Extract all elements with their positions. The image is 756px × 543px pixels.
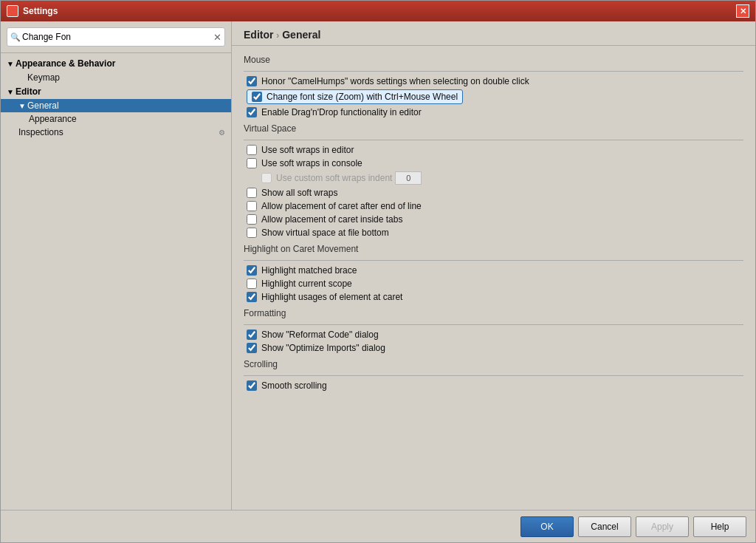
sidebar: 🔍 ✕ ▼ Appearance & Behavior Keymap [1,21,232,510]
search-icon: 🔍 [10,33,21,42]
soft-wraps-editor-label[interactable]: Use soft wraps in editor [261,145,354,155]
virtual-space-bottom-checkbox[interactable] [247,228,257,238]
optimize-imports-checkbox[interactable] [247,343,257,353]
scrolling-divider [244,375,743,376]
formatting-divider [244,324,743,325]
highlight-scope-label[interactable]: Highlight current scope [261,279,352,289]
inspections-indicator: ⚙ [219,129,225,137]
breadcrumb-part1: Editor [244,29,273,41]
change-font-checkbox[interactable] [252,92,262,102]
optimize-imports-row: Show "Optimize Imports" dialog [244,343,743,353]
title-bar: Settings ✕ [1,1,755,21]
virtual-space-divider [244,140,743,140]
formatting-section-label: Formatting [244,308,743,318]
editor-label: Editor [16,86,41,97]
mouse-section-label: Mouse [244,55,743,65]
soft-wraps-console-label[interactable]: Use soft wraps in console [261,158,362,168]
main-panel: Editor › General Mouse Honor "CamelHumps… [232,21,755,510]
highlight-usages-checkbox[interactable] [247,292,257,302]
highlight-brace-row: Highlight matched brace [244,265,743,276]
indent-input[interactable] [395,171,422,185]
smooth-scrolling-row: Smooth scrolling [244,380,743,391]
honor-camel-row: Honor "CamelHumps" words settings when s… [244,76,743,86]
caret-inside-tabs-checkbox[interactable] [247,214,257,225]
custom-soft-wraps-checkbox[interactable] [261,173,272,183]
soft-wraps-console-row: Use soft wraps in console [244,158,743,168]
optimize-imports-label[interactable]: Show "Optimize Imports" dialog [261,343,385,353]
mouse-divider [244,71,743,72]
honor-camel-label[interactable]: Honor "CamelHumps" words settings when s… [261,76,529,86]
custom-soft-wraps-label[interactable]: Use custom soft wraps indent [276,173,392,183]
help-button[interactable]: Help [693,516,746,537]
change-font-label[interactable]: Change font size (Zoom) with Ctrl+Mouse … [267,92,458,102]
settings-window: Settings ✕ 🔍 ✕ ▼ Appearance & Behavior [0,0,756,543]
dragdrop-checkbox[interactable] [247,107,257,117]
apply-button[interactable]: Apply [636,516,689,537]
highlight-caret-section: Highlight on Caret Movement Highlight ma… [244,244,743,302]
reformat-code-row: Show "Reformat Code" dialog [244,329,743,340]
virtual-space-bottom-row: Show virtual space at file bottom [244,228,743,238]
sidebar-item-inspections[interactable]: Inspections ⚙ [1,126,231,139]
honor-camel-checkbox[interactable] [247,76,257,86]
formatting-section: Formatting Show "Reformat Code" dialog S… [244,308,743,353]
change-font-highlight: Change font size (Zoom) with Ctrl+Mouse … [247,89,463,104]
ok-button[interactable]: OK [520,516,574,537]
show-all-soft-label[interactable]: Show all soft wraps [261,188,337,198]
sidebar-item-editor[interactable]: ▼ Editor [1,84,231,99]
caret-end-line-checkbox[interactable] [247,201,257,211]
caret-inside-tabs-label[interactable]: Allow placement of caret inside tabs [261,214,402,225]
sidebar-item-keymap[interactable]: Keymap [1,71,231,84]
inspections-label: Inspections [18,127,63,137]
dragdrop-row: Enable Drag'n'Drop functionality in edit… [244,107,743,117]
mouse-section: Mouse Honor "CamelHumps" words settings … [244,55,743,117]
app-icon [7,5,18,17]
soft-wraps-console-checkbox[interactable] [247,158,257,168]
expand-arrow-editor: ▼ [7,88,16,96]
highlight-scope-checkbox[interactable] [247,279,257,289]
settings-tree: ▼ Appearance & Behavior Keymap ▼ Editor … [1,53,231,510]
reformat-code-label[interactable]: Show "Reformat Code" dialog [261,329,379,340]
panel-header: Editor › General [232,21,755,46]
soft-wraps-editor-checkbox[interactable] [247,145,257,155]
window-title: Settings [23,6,736,16]
search-input[interactable] [7,27,225,47]
custom-soft-wraps-row: Use custom soft wraps indent [244,171,743,185]
search-box-wrap: 🔍 ✕ [1,21,231,53]
smooth-scrolling-checkbox[interactable] [247,380,257,391]
general-expand-arrow: ▼ [18,102,27,110]
sidebar-item-general[interactable]: ▼ General [1,99,231,112]
appearance-behavior-label: Appearance & Behavior [16,58,115,69]
virtual-space-label: Virtual Space [244,123,743,134]
caret-end-line-row: Allow placement of caret after end of li… [244,201,743,211]
smooth-scrolling-label[interactable]: Smooth scrolling [261,380,327,391]
virtual-space-bottom-label[interactable]: Show virtual space at file bottom [261,228,389,238]
reformat-code-checkbox[interactable] [247,329,257,340]
keymap-arrow [18,74,27,82]
panel-body: Mouse Honor "CamelHumps" words settings … [232,46,755,510]
caret-end-line-label[interactable]: Allow placement of caret after end of li… [261,201,422,211]
breadcrumb-part2: General [282,29,320,41]
scrolling-section-label: Scrolling [244,359,743,369]
clear-search-icon[interactable]: ✕ [213,32,221,43]
close-button[interactable]: ✕ [736,4,749,18]
highlight-brace-label[interactable]: Highlight matched brace [261,265,357,276]
cancel-button[interactable]: Cancel [578,516,631,537]
highlight-caret-divider [244,260,743,261]
sidebar-item-appearance[interactable]: Appearance [1,112,231,126]
appearance-label: Appearance [29,114,77,124]
keymap-label: Keymap [27,72,60,83]
expand-arrow-appearance: ▼ [7,60,16,68]
caret-inside-tabs-row: Allow placement of caret inside tabs [244,214,743,225]
highlight-usages-label[interactable]: Highlight usages of element at caret [261,292,402,302]
dragdrop-label[interactable]: Enable Drag'n'Drop functionality in edit… [261,107,422,117]
highlight-caret-label: Highlight on Caret Movement [244,244,743,254]
highlight-brace-checkbox[interactable] [247,265,257,276]
main-content: 🔍 ✕ ▼ Appearance & Behavior Keymap [1,21,755,510]
show-all-soft-checkbox[interactable] [247,188,257,198]
highlight-usages-row: Highlight usages of element at caret [244,292,743,302]
sidebar-item-appearance-behavior[interactable]: ▼ Appearance & Behavior [1,56,231,71]
change-font-row: Change font size (Zoom) with Ctrl+Mouse … [244,89,743,104]
general-label: General [27,100,59,111]
breadcrumb-separator: › [276,30,279,41]
highlight-scope-row: Highlight current scope [244,279,743,289]
